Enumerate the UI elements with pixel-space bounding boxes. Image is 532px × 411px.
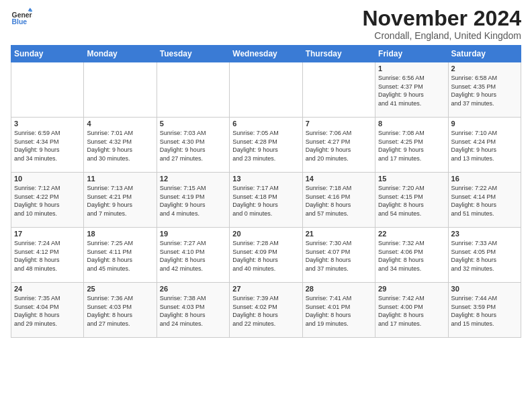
calendar-cell: 14Sunrise: 7:18 AM Sunset: 4:16 PM Dayli…	[302, 173, 375, 228]
calendar-cell: 1Sunrise: 6:56 AM Sunset: 4:37 PM Daylig…	[375, 62, 448, 118]
day-info: Sunrise: 7:01 AM Sunset: 4:32 PM Dayligh…	[87, 129, 153, 163]
day-info: Sunrise: 7:27 AM Sunset: 4:10 PM Dayligh…	[160, 239, 226, 273]
svg-text:General: General	[12, 11, 32, 19]
week-row-3: 17Sunrise: 7:24 AM Sunset: 4:12 PM Dayli…	[11, 228, 521, 283]
day-number: 2	[451, 64, 518, 73]
day-number: 23	[451, 230, 518, 238]
day-info: Sunrise: 7:41 AM Sunset: 4:01 PM Dayligh…	[306, 294, 372, 328]
day-number: 3	[14, 120, 81, 128]
day-info: Sunrise: 6:59 AM Sunset: 4:34 PM Dayligh…	[14, 129, 81, 163]
day-info: Sunrise: 6:58 AM Sunset: 4:35 PM Dayligh…	[451, 74, 518, 107]
day-info: Sunrise: 7:08 AM Sunset: 4:25 PM Dayligh…	[378, 129, 445, 163]
calendar-cell: 22Sunrise: 7:32 AM Sunset: 4:06 PM Dayli…	[375, 228, 448, 283]
calendar-cell: 25Sunrise: 7:36 AM Sunset: 4:03 PM Dayli…	[84, 283, 157, 338]
calendar-cell	[84, 62, 157, 118]
day-number: 22	[378, 230, 445, 238]
page: General Blue November 2024 Crondall, Eng…	[0, 0, 532, 411]
calendar-cell	[157, 62, 229, 118]
week-row-2: 10Sunrise: 7:12 AM Sunset: 4:22 PM Dayli…	[11, 173, 521, 228]
col-wednesday: Wednesday	[230, 46, 302, 62]
day-info: Sunrise: 7:03 AM Sunset: 4:30 PM Dayligh…	[160, 129, 226, 163]
calendar-cell: 5Sunrise: 7:03 AM Sunset: 4:30 PM Daylig…	[157, 118, 229, 173]
day-info: Sunrise: 7:18 AM Sunset: 4:16 PM Dayligh…	[306, 184, 372, 218]
day-number: 28	[306, 285, 372, 293]
calendar-cell	[230, 62, 302, 118]
calendar-cell: 9Sunrise: 7:10 AM Sunset: 4:24 PM Daylig…	[448, 118, 521, 173]
calendar-cell: 15Sunrise: 7:20 AM Sunset: 4:15 PM Dayli…	[375, 173, 448, 228]
calendar-cell: 12Sunrise: 7:15 AM Sunset: 4:19 PM Dayli…	[157, 173, 229, 228]
day-number: 4	[87, 120, 153, 128]
day-info: Sunrise: 7:12 AM Sunset: 4:22 PM Dayligh…	[14, 184, 81, 218]
day-number: 12	[160, 175, 226, 183]
calendar-cell: 11Sunrise: 7:13 AM Sunset: 4:21 PM Dayli…	[84, 173, 157, 228]
day-number: 25	[87, 285, 153, 293]
calendar-cell: 17Sunrise: 7:24 AM Sunset: 4:12 PM Dayli…	[11, 228, 84, 283]
calendar-cell: 26Sunrise: 7:38 AM Sunset: 4:03 PM Dayli…	[157, 283, 229, 338]
calendar-cell: 13Sunrise: 7:17 AM Sunset: 4:18 PM Dayli…	[230, 173, 302, 228]
day-number: 20	[232, 230, 299, 238]
calendar-cell: 24Sunrise: 7:35 AM Sunset: 4:04 PM Dayli…	[11, 283, 84, 338]
day-number: 16	[451, 175, 518, 183]
day-info: Sunrise: 7:39 AM Sunset: 4:02 PM Dayligh…	[232, 294, 299, 328]
calendar-table: Sunday Monday Tuesday Wednesday Thursday…	[11, 45, 521, 338]
week-row-0: 1Sunrise: 6:56 AM Sunset: 4:37 PM Daylig…	[11, 62, 521, 118]
day-info: Sunrise: 7:38 AM Sunset: 4:03 PM Dayligh…	[160, 294, 226, 328]
day-number: 6	[232, 120, 299, 128]
day-number: 29	[378, 285, 445, 293]
calendar-cell	[302, 62, 375, 118]
calendar-cell: 27Sunrise: 7:39 AM Sunset: 4:02 PM Dayli…	[230, 283, 302, 338]
week-row-1: 3Sunrise: 6:59 AM Sunset: 4:34 PM Daylig…	[11, 118, 521, 173]
day-info: Sunrise: 7:30 AM Sunset: 4:07 PM Dayligh…	[306, 239, 372, 273]
calendar-cell: 19Sunrise: 7:27 AM Sunset: 4:10 PM Dayli…	[157, 228, 229, 283]
calendar-cell: 4Sunrise: 7:01 AM Sunset: 4:32 PM Daylig…	[84, 118, 157, 173]
calendar-cell: 16Sunrise: 7:22 AM Sunset: 4:14 PM Dayli…	[448, 173, 521, 228]
day-info: Sunrise: 6:56 AM Sunset: 4:37 PM Dayligh…	[378, 74, 445, 107]
day-number: 9	[451, 120, 518, 128]
day-number: 30	[451, 285, 518, 293]
day-info: Sunrise: 7:36 AM Sunset: 4:03 PM Dayligh…	[87, 294, 153, 328]
day-number: 11	[87, 175, 153, 183]
calendar-cell: 21Sunrise: 7:30 AM Sunset: 4:07 PM Dayli…	[302, 228, 375, 283]
day-number: 8	[378, 120, 445, 128]
day-number: 14	[306, 175, 372, 183]
day-info: Sunrise: 7:20 AM Sunset: 4:15 PM Dayligh…	[378, 184, 445, 218]
calendar-cell: 10Sunrise: 7:12 AM Sunset: 4:22 PM Dayli…	[11, 173, 84, 228]
day-info: Sunrise: 7:33 AM Sunset: 4:05 PM Dayligh…	[451, 239, 518, 273]
title-block: November 2024 Crondall, England, United …	[362, 7, 521, 41]
day-info: Sunrise: 7:44 AM Sunset: 3:59 PM Dayligh…	[451, 294, 518, 328]
logo: General Blue	[11, 7, 32, 28]
day-number: 13	[232, 175, 299, 183]
calendar-cell: 18Sunrise: 7:25 AM Sunset: 4:11 PM Dayli…	[84, 228, 157, 283]
day-info: Sunrise: 7:24 AM Sunset: 4:12 PM Dayligh…	[14, 239, 81, 273]
day-number: 1	[378, 64, 445, 73]
day-info: Sunrise: 7:15 AM Sunset: 4:19 PM Dayligh…	[160, 184, 226, 218]
day-number: 27	[232, 285, 299, 293]
day-number: 19	[160, 230, 226, 238]
calendar-cell	[11, 62, 84, 118]
calendar-cell: 23Sunrise: 7:33 AM Sunset: 4:05 PM Dayli…	[448, 228, 521, 283]
day-info: Sunrise: 7:13 AM Sunset: 4:21 PM Dayligh…	[87, 184, 153, 218]
col-saturday: Saturday	[448, 46, 521, 62]
day-info: Sunrise: 7:10 AM Sunset: 4:24 PM Dayligh…	[451, 129, 518, 163]
day-number: 5	[160, 120, 226, 128]
day-number: 18	[87, 230, 153, 238]
day-number: 7	[306, 120, 372, 128]
header: General Blue November 2024 Crondall, Eng…	[11, 7, 521, 41]
calendar-cell: 20Sunrise: 7:28 AM Sunset: 4:09 PM Dayli…	[230, 228, 302, 283]
col-tuesday: Tuesday	[157, 46, 229, 62]
day-info: Sunrise: 7:28 AM Sunset: 4:09 PM Dayligh…	[232, 239, 299, 273]
calendar-cell: 30Sunrise: 7:44 AM Sunset: 3:59 PM Dayli…	[448, 283, 521, 338]
col-thursday: Thursday	[302, 46, 375, 62]
day-number: 15	[378, 175, 445, 183]
logo-icon: General Blue	[11, 7, 32, 28]
calendar-cell: 6Sunrise: 7:05 AM Sunset: 4:28 PM Daylig…	[230, 118, 302, 173]
calendar-cell: 7Sunrise: 7:06 AM Sunset: 4:27 PM Daylig…	[302, 118, 375, 173]
day-info: Sunrise: 7:22 AM Sunset: 4:14 PM Dayligh…	[451, 184, 518, 218]
day-info: Sunrise: 7:17 AM Sunset: 4:18 PM Dayligh…	[232, 184, 299, 218]
day-info: Sunrise: 7:35 AM Sunset: 4:04 PM Dayligh…	[14, 294, 81, 328]
day-info: Sunrise: 7:32 AM Sunset: 4:06 PM Dayligh…	[378, 239, 445, 273]
day-info: Sunrise: 7:06 AM Sunset: 4:27 PM Dayligh…	[306, 129, 372, 163]
calendar-cell: 3Sunrise: 6:59 AM Sunset: 4:34 PM Daylig…	[11, 118, 84, 173]
col-monday: Monday	[84, 46, 157, 62]
day-number: 17	[14, 230, 81, 238]
